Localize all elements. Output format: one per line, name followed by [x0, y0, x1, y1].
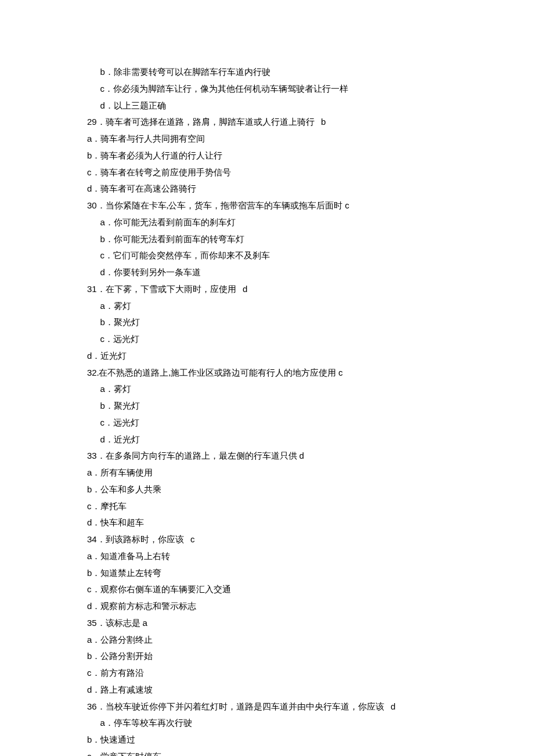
option-separator: ． [105, 435, 114, 444]
question-line: 35．该标志是 a [87, 615, 447, 632]
option-text: 快车和超车 [100, 518, 144, 527]
option-text: 你可能无法看到前面车的刹车灯 [114, 218, 236, 227]
option-text: 骑车者在转弯之前应使用手势信号 [100, 168, 231, 177]
option-text: 知道禁止左转弯 [100, 568, 161, 578]
option-text: 近光灯 [114, 435, 140, 444]
question-number: 32 [87, 368, 97, 377]
option-separator: ． [92, 735, 100, 744]
option-separator: ． [105, 301, 114, 311]
option-text: 你要转到另外一条车道 [114, 268, 201, 277]
question-line: 30．当你紧随在卡车,公车，货车，拖带宿营车的车辆或拖车后面时 c [87, 197, 447, 214]
option-line: c．学童下车时停车 [87, 748, 447, 756]
option-separator: ． [92, 585, 100, 594]
question-number: 34 [87, 534, 97, 544]
option-label: a [100, 384, 105, 394]
option-line: a．雾灯 [87, 381, 447, 398]
option-text: 快速通过 [100, 735, 135, 744]
option-label: d [100, 434, 105, 444]
option-line: b．公路分割开始 [87, 648, 447, 665]
question-number: 31 [87, 284, 97, 294]
option-separator: ． [92, 485, 100, 494]
option-line: c．前方有路沿 [87, 665, 447, 682]
question-line: 29．骑车者可选择在道路，路肩，脚踏车道或人行道上骑行 b [87, 114, 447, 131]
option-separator: ． [105, 218, 114, 227]
question-line: 32.在不熟悉的道路上,施工作业区或路边可能有行人的地方应使用 c [87, 365, 447, 381]
option-line: d．以上三题正确 [87, 98, 447, 114]
question-text: ．当校车驶近你停下并闪着红灯时，道路是四车道并由中央行车道，你应该 [97, 702, 391, 711]
option-line: d．路上有减速坡 [87, 682, 447, 699]
option-text: 公路分割终止 [100, 635, 153, 645]
option-separator: ． [105, 235, 114, 244]
option-separator: ． [92, 351, 100, 361]
question-text: ．该标志是 [97, 618, 143, 628]
option-separator: ． [105, 401, 114, 411]
option-line: c．观察你右侧车道的车辆要汇入交通 [87, 581, 447, 598]
option-line: c．远光灯 [87, 331, 447, 348]
option-separator: ． [92, 502, 100, 511]
option-label: c [100, 417, 105, 427]
option-text: 观察前方标志和警示标志 [100, 602, 196, 611]
option-line: b．除非需要转弯可以在脚踏车行车道内行驶 [87, 64, 447, 81]
answer-letter: b [321, 117, 326, 127]
question-text: ．到该路标时，你应该 [97, 535, 190, 544]
option-line: d．近光灯 [87, 348, 447, 365]
option-label: c [87, 751, 92, 756]
option-text: 以上三题正确 [114, 101, 166, 110]
option-text: 除非需要转弯可以在脚踏车行车道内行驶 [114, 67, 270, 77]
option-text: 你必须为脚踏车让行，像为其他任何机动车辆驾驶者让行一样 [113, 84, 348, 93]
option-line: a．你可能无法看到前面车的刹车灯 [87, 214, 447, 231]
option-label: c [87, 668, 92, 678]
option-separator: ． [92, 468, 100, 477]
question-line: 34．到该路标时，你应该 c [87, 531, 447, 548]
option-text: 它们可能会突然停车，而你却来不及刹车 [113, 251, 270, 260]
option-label: b [100, 401, 105, 411]
option-label: c [87, 584, 92, 594]
option-label: b [100, 67, 105, 77]
question-text: ．当你紧随在卡车,公车，货车，拖带宿营车的车辆或拖车后面时 [97, 201, 345, 210]
option-label: c [100, 84, 105, 93]
option-line: a．所有车辆使用 [87, 465, 447, 481]
option-label: b [100, 317, 105, 327]
question-line: 31．在下雾，下雪或下大雨时，应使用 d [87, 281, 447, 298]
answer-letter: d [243, 284, 247, 294]
option-separator: ． [92, 752, 100, 756]
option-text: 骑车者可在高速公路骑行 [100, 184, 196, 193]
option-line: a．雾灯 [87, 298, 447, 315]
question-text: ．在多条同方向行车的道路上，最左侧的行车道只供 [97, 451, 300, 460]
option-separator: ． [92, 134, 100, 143]
option-line: b．聚光灯 [87, 398, 447, 415]
option-line: b．知道禁止左转弯 [87, 565, 447, 582]
option-separator: ． [104, 418, 113, 427]
option-separator: ． [92, 184, 100, 193]
option-line: c．远光灯 [87, 415, 447, 431]
option-text: 骑车者与行人共同拥有空间 [100, 134, 205, 143]
answer-letter: d [299, 451, 304, 460]
option-separator: ． [104, 84, 113, 93]
option-text: 雾灯 [114, 301, 131, 311]
option-line: b．聚光灯 [87, 314, 447, 331]
option-line: b．骑车者必须为人行道的行人让行 [87, 147, 447, 164]
option-line: a．骑车者与行人共同拥有空间 [87, 131, 447, 147]
option-separator: ． [105, 268, 114, 277]
option-line: c．你必须为脚踏车让行，像为其他任何机动车辆驾驶者让行一样 [87, 81, 447, 98]
option-text: 知道准备马上右转 [100, 552, 170, 561]
option-line: d．观察前方标志和警示标志 [87, 598, 447, 615]
option-label: c [87, 501, 92, 511]
option-line: b．你可能无法看到前面车的转弯车灯 [87, 231, 447, 248]
question-number: 36 [87, 701, 97, 711]
option-separator: ． [92, 651, 100, 661]
document-page: b．除非需要转弯可以在脚踏车行车道内行驶 c．你必须为脚踏车让行，像为其他任何机… [0, 0, 534, 756]
answer-letter: a [142, 618, 147, 628]
question-text: ．在下雾，下雪或下大雨时，应使用 [97, 285, 243, 294]
question-number: 33 [87, 451, 97, 460]
question-text: ．骑车者可选择在道路，路肩，脚踏车道或人行道上骑行 [97, 117, 321, 127]
question-text: .在不熟悉的道路上,施工作业区或路边可能有行人的地方应使用 [97, 368, 338, 377]
option-text: 你可能无法看到前面车的转弯车灯 [114, 235, 244, 244]
option-separator: ． [92, 602, 100, 611]
question-number: 30 [87, 200, 97, 210]
option-separator: ． [92, 518, 100, 527]
option-line: c．骑车者在转弯之前应使用手势信号 [87, 164, 447, 181]
option-text: 远光灯 [113, 334, 139, 344]
question-number: 35 [87, 618, 97, 628]
option-line: b．快速通过 [87, 732, 447, 748]
